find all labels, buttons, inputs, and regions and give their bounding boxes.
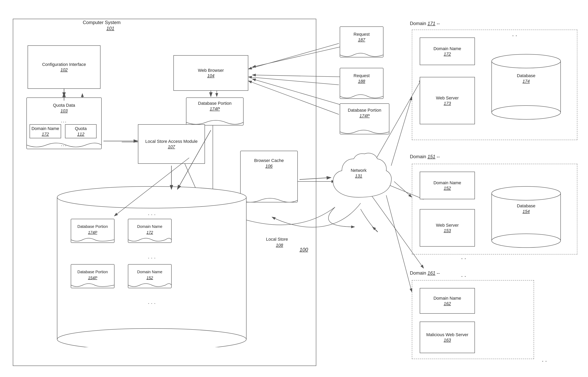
- svg-line-57: [386, 195, 412, 292]
- domain-name-172-right-id: 172: [444, 51, 451, 57]
- local-store-cylinder: . . . Database Portion 174P Domain Name …: [55, 186, 248, 347]
- browser-cache-id: 106: [239, 164, 299, 169]
- db-portion-top-id: 174P: [185, 106, 244, 111]
- quota-data-id: 103: [26, 108, 102, 113]
- computer-system-title: Web Browser Computer System: [83, 20, 121, 25]
- web-server-153-label: Web Server: [436, 223, 459, 228]
- db-portion-174p-right-shape: Database Portion 174P: [339, 103, 390, 138]
- domain-name-152-right-label: Domain Name: [433, 180, 461, 186]
- malicious-web-server-box: Malicious Web Server 163: [420, 322, 475, 353]
- domain-name-162-id: 162: [444, 301, 451, 306]
- domain-name-162-label: Domain Name: [433, 295, 461, 301]
- config-interface-box: Configuration Interface 102: [28, 45, 100, 89]
- database-174-label: Database: [489, 73, 564, 79]
- svg-rect-39: [492, 61, 561, 112]
- quota-quota-id: 112: [67, 132, 95, 137]
- domain-171-label: Domain 171 --: [410, 21, 440, 26]
- dots-bottom: · ·: [542, 359, 547, 363]
- domain-name-172-right-label: Domain Name: [433, 46, 461, 52]
- dots-top-right: · ·: [512, 34, 517, 37]
- request-188-shape: Request 188: [339, 67, 384, 103]
- database-174-id: 174: [489, 79, 564, 84]
- config-interface-id: 102: [60, 67, 68, 72]
- network-label: Network: [325, 168, 392, 173]
- svg-text:Database Portion: Database Portion: [78, 270, 108, 274]
- quota-quota-label: Quota: [67, 126, 95, 132]
- web-server-153-box: Web Server 153: [420, 209, 475, 247]
- svg-text:154P: 154P: [88, 276, 97, 280]
- local-store-access-box: Local Store Access Module 107: [138, 124, 205, 164]
- quota-data-label: Quota Data: [26, 103, 102, 108]
- svg-text:Domain Name: Domain Name: [137, 224, 162, 229]
- database-154-label: Database: [489, 203, 564, 209]
- web-server-153-id: 153: [444, 228, 451, 233]
- request-187-shape: Request 187: [339, 26, 384, 61]
- svg-line-55: [391, 97, 412, 166]
- browser-cache-shape: Browser Cache 106: [239, 150, 299, 207]
- request-188-label: Request: [339, 73, 384, 79]
- computer-system-id: 101: [106, 26, 114, 31]
- local-store-label: Local Store: [266, 237, 288, 242]
- web-browser-label: Web Browser: [198, 68, 224, 73]
- request-187-id: 187: [339, 37, 384, 42]
- domain-161-label: Domain 161 --: [410, 270, 440, 276]
- web-browser-box: Web Browser 104: [173, 55, 248, 91]
- domain-name-152-right-id: 152: [444, 186, 451, 191]
- db-portion-174p-right-id: 174P: [339, 113, 390, 118]
- local-store-access-label: Local Store Access Module: [145, 139, 198, 144]
- network-100-label: 100: [300, 247, 308, 253]
- network-cloud: Network 131: [325, 150, 392, 205]
- svg-text:Domain Name: Domain Name: [137, 270, 162, 274]
- local-store-access-id: 107: [168, 144, 175, 149]
- svg-text:. . .: . . .: [148, 254, 156, 260]
- database-154-id: 154: [489, 209, 564, 214]
- svg-point-44: [492, 234, 561, 247]
- svg-point-19: [57, 187, 246, 208]
- local-store-id: 108: [276, 243, 283, 248]
- svg-point-43: [492, 187, 561, 200]
- dots-mid-right: · ·: [461, 257, 466, 260]
- web-browser-id: 104: [207, 73, 215, 78]
- web-server-173-id: 173: [444, 101, 451, 106]
- svg-text:. . .: . . .: [148, 299, 156, 305]
- database-174-cyl: Database 174: [489, 53, 564, 120]
- dots-domain-161: · ·: [461, 274, 466, 278]
- network-id: 131: [325, 173, 392, 178]
- web-server-173-label: Web Server: [436, 95, 459, 101]
- svg-text:Database Portion: Database Portion: [78, 224, 108, 229]
- config-interface-label: Configuration Interface: [42, 62, 86, 68]
- svg-point-40: [492, 54, 561, 68]
- svg-line-56: [394, 181, 412, 197]
- domain-name-172-right-box: Domain Name 172: [420, 37, 475, 65]
- db-portion-top-label: Database Portion: [185, 101, 244, 106]
- svg-text:152: 152: [146, 276, 153, 280]
- svg-text:174P: 174P: [88, 230, 97, 235]
- domain-name-162-box: Domain Name 162: [420, 288, 475, 314]
- quota-domain-name-label: Domain Name: [31, 126, 59, 132]
- browser-cache-label: Browser Cache: [239, 158, 299, 164]
- domain-name-152-right-box: Domain Name 152: [420, 172, 475, 199]
- request-187-label: Request: [339, 32, 384, 37]
- db-portion-174p-right-label: Database Portion: [339, 107, 390, 113]
- web-server-173-box: Web Server 173: [420, 77, 475, 124]
- request-188-id: 188: [339, 79, 384, 84]
- svg-text:172: 172: [146, 230, 153, 235]
- domain-151-label: Domain 151 --: [410, 154, 440, 159]
- svg-text:. . .: . . .: [148, 210, 156, 216]
- database-154-cyl: Database 154: [489, 186, 564, 248]
- quota-data-shape: Quota Data 103 ... Domain Name 172 Quota…: [26, 97, 102, 152]
- db-portion-top-shape: Database Portion 174P: [185, 97, 244, 128]
- malicious-web-server-id: 163: [444, 338, 451, 343]
- diagram: Web Browser Computer System 101 Configur…: [0, 0, 588, 377]
- svg-point-41: [492, 106, 561, 119]
- malicious-web-server-label: Malicious Web Server: [426, 332, 468, 338]
- quota-domain-name-id: 172: [31, 132, 59, 137]
